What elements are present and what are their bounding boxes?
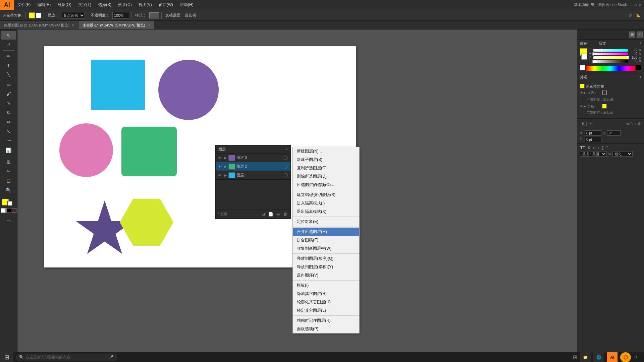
tool-warp[interactable]: 〜 [1, 136, 16, 145]
ctx-layer-options[interactable]: 所选图层的选项(O)... [293, 181, 359, 189]
canvas-area[interactable]: 图层 ✕ 👁 ▶ 图层 3 👁 ▶ 图层 2 👁 ▶ [17, 29, 577, 352]
tool-eraser[interactable]: ◻ [1, 176, 16, 185]
menu-file[interactable]: 文件(F) [14, 0, 34, 10]
white-swatch-small[interactable] [580, 65, 585, 70]
ctx-paste-layers[interactable]: 粘贴时记住图层(R) [293, 316, 359, 325]
layer-2-arrow[interactable]: ▶ [224, 165, 227, 168]
layer-3-circle[interactable] [284, 156, 288, 160]
tool-rect[interactable]: ▭ [1, 80, 16, 89]
tool-zoom[interactable]: 🔍 [1, 186, 16, 194]
menu-object[interactable]: 对象(O) [54, 0, 74, 10]
tool-stroke-swatch[interactable] [7, 201, 13, 206]
window-close-btn[interactable]: ✕ [639, 3, 642, 7]
shape-purple-circle[interactable] [158, 60, 219, 120]
main-stroke-swatch[interactable] [581, 54, 587, 60]
ctx-lock-others[interactable]: 锁定其它图层(L) [293, 306, 359, 315]
tab-0[interactable]: 效果封面.ai @ 100% (CMYK/GPU 预览) ✕ [0, 21, 78, 29]
tool-scale[interactable]: ⤡ [1, 127, 16, 136]
m-slider-track[interactable] [593, 53, 628, 55]
ctx-release-seq[interactable]: 释放到图层(顺序)(Q) [293, 254, 359, 263]
k-slider-track[interactable] [593, 60, 628, 63]
menu-help[interactable]: 帮助(H) [176, 0, 197, 10]
circle-icon[interactable]: ○ [634, 122, 637, 126]
tool-slice[interactable]: ✂ [1, 167, 16, 176]
tool-type[interactable]: T [1, 61, 16, 70]
trash-icon[interactable]: 🗑 [638, 122, 641, 126]
rect-icon[interactable]: ▭ [626, 122, 630, 126]
tab-1-close[interactable]: ✕ [147, 23, 150, 27]
y-input[interactable] [585, 137, 601, 142]
menu-edit[interactable]: 编辑(E) [34, 0, 54, 10]
tab-1[interactable]: 未标题-1* @ 145% (CMYK/GPU 预览) ✕ [78, 21, 154, 29]
appearance-panel-expand[interactable]: ≡ [640, 75, 641, 79]
ctx-enter-isolation[interactable]: 进入隔离模式(I) [293, 199, 359, 207]
task-view-icon[interactable]: ⊞ [573, 354, 577, 360]
color-spectrum-bar[interactable] [586, 66, 635, 71]
shape-cyan-rectangle[interactable] [91, 60, 145, 110]
ctx-collect-new[interactable]: 收集到新图层中(W) [293, 244, 359, 253]
tool-direct-select[interactable]: ↗ [1, 40, 16, 49]
stroke-swatch[interactable] [36, 12, 42, 18]
color-panel-expand[interactable]: ≡ [640, 42, 641, 45]
menu-select[interactable]: 选择(S) [95, 0, 115, 10]
stroke-select[interactable]: 5 点圆形 [62, 12, 85, 19]
doc-settings-btn[interactable]: 文档设置 [164, 11, 182, 19]
layers-panel-close[interactable]: ✕ [285, 147, 288, 151]
layer-row-1[interactable]: 👁 ▶ 图层 1 [216, 171, 290, 180]
tool-pen[interactable]: ✏ [1, 52, 16, 61]
fill-swatch-ap[interactable] [602, 104, 607, 109]
stroke-swatch-ap[interactable] [602, 90, 607, 95]
layer-1-eye[interactable]: 👁 [217, 173, 222, 178]
language-select[interactable]: 英语：美国 [580, 151, 607, 157]
tool-line[interactable]: ╲ [1, 71, 16, 79]
panel-icon-1[interactable]: ⊞ [629, 32, 635, 38]
tab-0-close[interactable]: ✕ [71, 23, 74, 27]
menu-window[interactable]: 窗口(W) [155, 0, 176, 10]
windows-start[interactable]: ⊞ [0, 352, 13, 362]
ruler-btn[interactable]: 📐 [635, 11, 643, 19]
ctx-locate-object[interactable]: 定位对象(E) [293, 218, 359, 226]
ctx-duplicate-layer[interactable]: 复制所选图层(C) [293, 164, 359, 172]
arrange-btn[interactable]: ⊞ [627, 11, 633, 19]
black-swatch-small[interactable] [636, 65, 641, 70]
shape-pink-circle[interactable] [59, 123, 113, 177]
triangle-icon[interactable]: ▶ [584, 91, 586, 95]
fill-swatch[interactable] [29, 12, 35, 18]
anti-alias-select[interactable]: 锐化 [612, 151, 633, 157]
layers-make-clipping[interactable]: ⊟ [260, 211, 266, 217]
layer-row-2[interactable]: 👁 ▶ 图层 2 [216, 162, 290, 171]
menu-effect[interactable]: 效果(C) [115, 0, 135, 10]
taskbar-app2[interactable]: ⭕ [620, 352, 631, 362]
taskbar-file-explorer[interactable]: 📁 [580, 352, 591, 362]
ctx-outline-others[interactable]: 轮廓化其它图层(U) [293, 298, 359, 306]
layer-row-3[interactable]: 👁 ▶ 图层 3 [216, 154, 290, 162]
color-white-swatch[interactable] [1, 208, 6, 213]
first-option-btn[interactable]: 首选项 [183, 11, 198, 19]
layer-1-arrow[interactable]: ▶ [224, 174, 227, 177]
fx-icon[interactable]: fx [631, 122, 634, 126]
ctx-delete-layer[interactable]: 删除所选图层(D) [293, 172, 359, 181]
fx-btn[interactable]: fx [580, 121, 587, 126]
tool-artboard[interactable]: ⊞ [1, 158, 16, 166]
ctx-new-layer[interactable]: 新建图层(N)... [293, 147, 359, 156]
taskbar-ai[interactable]: Ai [607, 352, 618, 362]
layer-2-circle[interactable] [284, 165, 288, 169]
eye-icon[interactable]: 👁 [580, 91, 583, 95]
tool-select[interactable]: ↖ [1, 31, 16, 40]
mic-icon[interactable]: 🎤 [109, 355, 114, 359]
layers-locate[interactable]: ◎ [275, 211, 281, 217]
tool-draw-normal[interactable]: ▭ [1, 217, 16, 225]
search-stock-icon[interactable]: 🔍 [591, 3, 595, 7]
color-black-swatch[interactable] [6, 208, 11, 213]
y-slider-track[interactable] [593, 56, 628, 59]
tool-rotate[interactable]: ↻ [1, 108, 16, 117]
color-section-title[interactable]: 颜色 斯文 ≡ [577, 40, 644, 47]
shape-green-rectangle[interactable] [121, 127, 177, 176]
tool-paintbrush[interactable]: 🖌 [1, 89, 16, 98]
menu-text[interactable]: 文字(T) [75, 0, 95, 10]
add-btn[interactable]: + [588, 121, 593, 126]
ctx-reverse-order[interactable]: 反向顺序(V) [293, 271, 359, 280]
ctx-new-sublayer[interactable]: 新建子图层(B)... [293, 156, 359, 164]
ctx-flatten[interactable]: 拼合图稿(E) [293, 236, 359, 244]
tool-graph[interactable]: 📊 [1, 146, 16, 155]
